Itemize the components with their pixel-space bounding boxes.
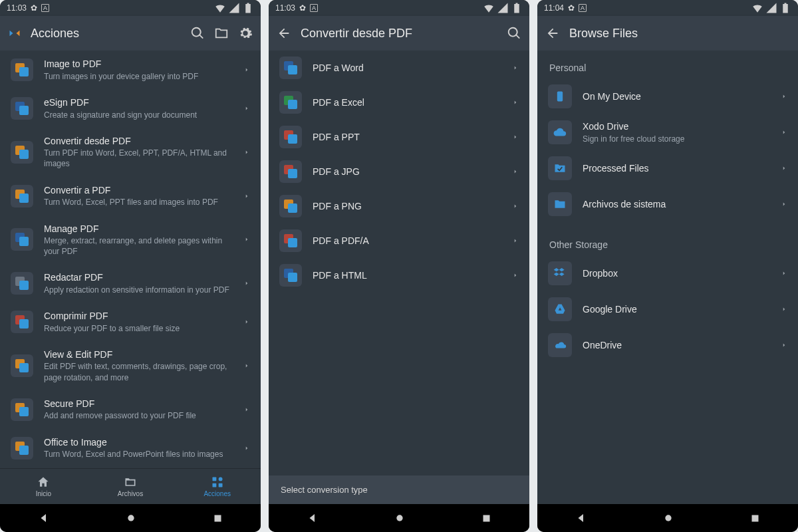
nav-acciones-label: Acciones <box>203 490 231 497</box>
action-item[interactable]: Comprimir PDFReduce your PDF to a smalle… <box>0 303 261 341</box>
convert-option[interactable]: PDF a HTML <box>269 258 529 293</box>
action-title: Image to PDF <box>44 58 233 70</box>
action-item[interactable]: eSign PDFCreate a signature and sign you… <box>0 89 261 128</box>
storage-item-text: On My Device <box>583 90 770 102</box>
action-text: Manage PDFMerge, extract, rearrange, and… <box>44 223 233 257</box>
convert-option-icon <box>279 264 302 287</box>
convert-option-text: PDF a PNG <box>313 200 501 212</box>
back-icon[interactable] <box>277 26 291 41</box>
action-subtitle: Reduce your PDF to a smaller file size <box>44 323 233 334</box>
storage-item[interactable]: Google Drive <box>537 291 798 327</box>
storage-item-title: Archivos de sistema <box>583 198 770 210</box>
notification-mini-icon: A <box>579 4 587 12</box>
convert-option-title: PDF a HTML <box>313 269 501 281</box>
action-item[interactable]: Redactar PDFApply redaction on sensitive… <box>0 264 261 303</box>
recent-softkey[interactable] <box>750 513 760 523</box>
convert-option[interactable]: PDF a PNG <box>269 189 529 223</box>
action-subtitle: Turn Word, Excel and PowerPoint files in… <box>44 449 233 460</box>
home-softkey[interactable] <box>663 513 674 523</box>
browse-files-panel: Personal On My DeviceXodo DriveSign in f… <box>537 51 798 504</box>
storage-item[interactable]: Dropbox <box>537 255 798 291</box>
wifi-icon <box>214 2 226 14</box>
storage-item[interactable]: On My Device <box>537 78 798 114</box>
back-icon[interactable] <box>545 26 560 41</box>
search-icon[interactable] <box>190 26 205 41</box>
convert-option[interactable]: PDF a Word <box>269 51 529 85</box>
convert-option[interactable]: PDF a PPT <box>269 120 529 154</box>
storage-item-text: OneDrive <box>583 339 770 351</box>
app-logo-icon <box>8 27 21 40</box>
convert-option-icon <box>279 57 302 79</box>
storage-item[interactable]: Processed Files <box>537 150 798 186</box>
storage-item-icon <box>548 333 572 357</box>
storage-item-title: Google Drive <box>583 303 770 315</box>
action-title: Comprimir PDF <box>44 310 233 322</box>
action-item[interactable]: Convertir desde PDFTurn PDF into Word, E… <box>0 128 261 177</box>
action-text: Comprimir PDFReduce your PDF to a smalle… <box>44 310 233 333</box>
svg-rect-2 <box>212 483 216 487</box>
storage-item[interactable]: OneDrive <box>537 327 798 363</box>
action-icon <box>11 272 33 295</box>
settings-icon[interactable] <box>238 26 253 41</box>
convert-option[interactable]: PDF a JPG <box>269 154 529 189</box>
action-text: Convertir desde PDFTurn PDF into Word, E… <box>44 135 233 170</box>
recent-softkey[interactable] <box>213 513 223 523</box>
action-icon <box>11 59 33 81</box>
storage-item-icon <box>548 297 572 321</box>
action-text: Redactar PDFApply redaction on sensitive… <box>44 271 233 295</box>
android-nav-bar <box>269 504 529 532</box>
action-subtitle: Turn Word, Excel, PPT files and images i… <box>44 197 233 207</box>
svg-rect-10 <box>751 515 758 521</box>
back-softkey[interactable] <box>307 512 319 524</box>
convert-option[interactable]: PDF a Excel <box>269 85 529 120</box>
action-title: Convertir desde PDF <box>44 135 233 147</box>
nav-inicio[interactable]: Inicio <box>0 469 87 504</box>
action-item[interactable]: Convertir a PDFTurn Word, Excel, PPT fil… <box>0 177 261 215</box>
home-softkey[interactable] <box>394 513 405 523</box>
search-icon[interactable] <box>507 26 521 41</box>
action-item[interactable]: Image to PDFTurn images in your device g… <box>0 51 261 89</box>
actions-list[interactable]: Image to PDFTurn images in your device g… <box>0 51 261 468</box>
android-nav-bar <box>0 504 261 532</box>
appbar: Acciones <box>0 16 261 51</box>
signal-icon <box>228 2 240 14</box>
svg-point-4 <box>128 515 134 521</box>
storage-item[interactable]: Archivos de sistema <box>537 186 798 222</box>
svg-rect-1 <box>218 477 222 481</box>
storage-item-icon <box>548 84 572 108</box>
action-icon <box>11 398 33 421</box>
home-softkey[interactable] <box>126 513 136 523</box>
storage-item-icon <box>548 120 572 144</box>
battery-icon <box>779 2 791 14</box>
storage-item[interactable]: Xodo DriveSign in for free cloud storage <box>537 114 798 150</box>
action-icon <box>11 437 33 460</box>
nav-archivos[interactable]: Archivos <box>87 469 174 504</box>
battery-icon <box>242 2 254 14</box>
action-text: Convertir a PDFTurn Word, Excel, PPT fil… <box>44 184 233 207</box>
recent-softkey[interactable] <box>481 513 491 523</box>
action-subtitle: Turn images in your device gallery into … <box>44 71 233 82</box>
action-title: Office to Image <box>44 436 233 448</box>
folder-icon[interactable] <box>214 26 229 41</box>
action-item[interactable]: View & Edit PDFEdit PDF with text, comme… <box>0 341 261 390</box>
action-icon <box>11 141 33 164</box>
convert-options-list[interactable]: PDF a WordPDF a ExcelPDF a PPTPDF a JPGP… <box>269 51 529 475</box>
android-nav-bar <box>537 504 798 532</box>
action-item[interactable]: Office to ImageTurn Word, Excel and Powe… <box>0 429 261 467</box>
wifi-icon <box>751 2 763 14</box>
snackbar: Select conversion type <box>269 475 529 504</box>
action-item[interactable]: Secure PDFAdd and remove password to you… <box>0 390 261 429</box>
action-title: Convertir a PDF <box>44 184 233 196</box>
back-softkey[interactable] <box>38 512 50 524</box>
page-title: Browse Files <box>569 27 790 41</box>
action-item[interactable]: Manage PDFMerge, extract, rearrange, and… <box>0 215 261 265</box>
nav-acciones[interactable]: Acciones <box>174 469 261 504</box>
phone-screen-convert-from-pdf: 11:03 ✿ A Convertir desde PDF PDF a Word… <box>269 0 529 532</box>
phone-screen-acciones: 11:03 ✿ A Acciones Image to PDFTurn imag… <box>0 0 261 532</box>
back-softkey[interactable] <box>575 512 587 524</box>
notification-mini-icon: A <box>310 4 318 12</box>
action-title: View & Edit PDF <box>44 348 233 360</box>
action-subtitle: Create a signature and sign your documen… <box>44 110 233 120</box>
action-subtitle: Turn PDF into Word, Excel, PPT, PDF/A, H… <box>44 148 233 169</box>
convert-option[interactable]: PDF a PDF/A <box>269 223 529 258</box>
